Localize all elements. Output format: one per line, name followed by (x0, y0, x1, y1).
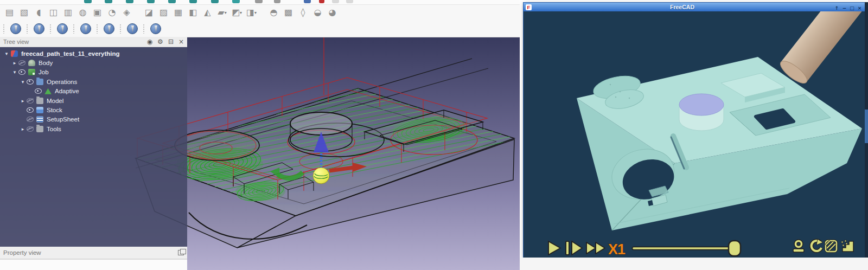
expander-icon[interactable]: ▸ (11, 60, 18, 66)
path-simple-copy-button[interactable]: ◊ (297, 7, 309, 19)
tree-item-label[interactable]: freecad_path_test_11_everything (21, 50, 120, 57)
path-sanity-check-button[interactable]: ◖ (33, 7, 45, 19)
tree-view-header[interactable]: Tree view ◉⚙⊟× (0, 37, 187, 47)
clipped-icon-13 (346, 0, 353, 3)
property-view-header[interactable]: Property view (0, 247, 187, 259)
tree-item-label[interactable]: Tools (46, 126, 61, 132)
expander-icon[interactable]: ▾ (11, 69, 18, 75)
path-face-button[interactable]: ▨ (157, 7, 170, 19)
toolbar-grip[interactable] (73, 24, 75, 34)
path-slot-button[interactable]: ◭ (201, 7, 214, 19)
tool-bit-5-button[interactable] (104, 23, 114, 34)
simulation-window[interactable]: F FreeCAD ↑−□× (523, 2, 866, 259)
sim-window-titlebar[interactable]: F FreeCAD ↑−□× (524, 3, 865, 11)
tree-item-stock[interactable]: Stock (0, 105, 187, 114)
scrollbar-thumb[interactable] (865, 110, 868, 143)
visibility-eye-icon[interactable] (27, 79, 34, 85)
settings-icon[interactable]: ⚙ (157, 38, 163, 46)
toolbar-grip[interactable] (49, 24, 52, 34)
tool-bit-4-button[interactable] (80, 23, 91, 34)
freecad-logo-icon: F (526, 4, 532, 10)
path-array-button[interactable]: ◓ (267, 7, 280, 19)
path-simulator-button[interactable]: ▥ (62, 7, 74, 19)
tool-bit-1-button[interactable] (10, 23, 21, 34)
clipped-icon-12 (332, 0, 339, 3)
tree-view-body: ▾freecad_path_test_11_everything▸Body▾Jo… (0, 47, 187, 249)
expander-icon[interactable]: ▾ (20, 79, 26, 85)
path-deburr-menu-button[interactable]: ◩▾ (231, 7, 243, 19)
path-inspect-gcode-button[interactable]: ◫ (47, 7, 60, 19)
minimize-button[interactable]: − (841, 5, 848, 11)
close-panel-icon[interactable]: × (178, 38, 184, 46)
tree-item-tools[interactable]: ▸Tools (0, 124, 187, 133)
path-post-process-button[interactable]: ▧ (18, 7, 30, 19)
float-panel-icon[interactable]: ⊟ (168, 38, 174, 46)
slider-handle[interactable] (729, 241, 741, 256)
path-toolbar: ▤▧◖◫▥◍▣◔◈◪▨▦◧◭▰▾◩▾◨▾◓▩◊◒◕ (2, 5, 340, 20)
path-engrave-menu-button[interactable]: ▰▾ (216, 7, 228, 19)
path-adaptive-button[interactable]: ◧ (187, 7, 199, 19)
toolbar-grip[interactable] (143, 24, 145, 34)
tree-item-operations[interactable]: ▾Operations (0, 77, 187, 86)
visibility-eye-icon[interactable] (18, 60, 25, 66)
toolbar-grip[interactable] (96, 24, 99, 34)
close-button[interactable]: × (856, 5, 863, 11)
tree-item-label[interactable]: Job (38, 69, 49, 75)
path-waterline-button[interactable]: ◒ (311, 7, 324, 19)
visibility-eye-icon[interactable] (27, 126, 34, 132)
tree-item-label[interactable]: Body (38, 60, 53, 66)
tree-item-model[interactable]: ▸Model (0, 96, 187, 105)
tree-item-label[interactable]: Operations (46, 79, 77, 85)
tree-item-label[interactable]: Adaptive (54, 88, 79, 94)
sync-view-icon[interactable]: ◉ (147, 38, 152, 46)
shade-button[interactable]: ↑ (833, 5, 840, 11)
tool-bit-2-button[interactable] (34, 23, 44, 34)
tool-bit-6-button[interactable] (127, 23, 138, 34)
path-job-button[interactable]: ▤ (3, 7, 16, 19)
tree-item-adaptive[interactable]: Adaptive (0, 87, 187, 96)
clipped-icon-5 (189, 0, 197, 3)
simulation-3d-view[interactable]: X1 (524, 11, 865, 258)
dropdown-arrow-icon[interactable]: ▾ (254, 10, 257, 15)
path-profile-button[interactable]: ◔ (106, 7, 118, 19)
maximize-button[interactable]: □ (848, 5, 856, 11)
path-drilling-button[interactable]: ◈ (120, 7, 133, 19)
path-helix-button[interactable]: ▦ (172, 7, 184, 19)
adaptive-icon (44, 88, 52, 94)
path-pocket-button[interactable]: ◪ (143, 7, 155, 19)
speed-label[interactable]: X1 (608, 241, 626, 258)
tool-bit-3-button[interactable] (57, 23, 68, 34)
tree-item-setupsheet[interactable]: SetupSheet (0, 115, 187, 124)
dropdown-arrow-icon[interactable]: ▾ (225, 10, 227, 15)
tree-item-freecad-path-test-11-everything[interactable]: ▾freecad_path_test_11_everything (0, 49, 187, 58)
toolbar-grip[interactable] (3, 24, 5, 34)
expander-icon[interactable]: ▸ (20, 98, 26, 104)
path-surface-button[interactable]: ◕ (326, 7, 339, 19)
path-vcarve-menu-button[interactable]: ◨▾ (245, 7, 258, 19)
clipped-icon-3 (147, 0, 155, 3)
tree-item-label[interactable]: Model (46, 98, 63, 104)
background-scrollbar-strip[interactable] (865, 2, 868, 258)
path-copy-button[interactable]: ▩ (282, 7, 295, 19)
visibility-eye-icon[interactable] (18, 69, 25, 75)
tree-item-label[interactable]: SetupSheet (46, 116, 79, 123)
visibility-eye-icon[interactable] (27, 98, 34, 104)
body-icon (28, 60, 35, 66)
tree-item-body[interactable]: ▸Body (0, 58, 187, 67)
dropdown-arrow-icon[interactable]: ▾ (240, 10, 242, 15)
path-select-loop-button[interactable]: ◍ (76, 7, 89, 19)
tool-visibility-icon[interactable] (793, 241, 804, 253)
float-panel-icon[interactable] (178, 250, 184, 255)
toolbar-grip[interactable] (26, 24, 29, 34)
expander-icon[interactable]: ▾ (3, 51, 10, 56)
path-toggle-operation-button[interactable]: ▣ (91, 7, 104, 19)
toolbar-grip[interactable] (119, 24, 122, 34)
property-view-body (0, 259, 187, 270)
visibility-eye-icon[interactable] (35, 88, 42, 94)
tool-bit-7-button[interactable] (150, 23, 161, 34)
tree-item-job[interactable]: ▾Job (0, 68, 187, 77)
expander-icon[interactable]: ▸ (20, 126, 26, 132)
visibility-eye-icon[interactable] (27, 107, 34, 113)
visibility-eye-icon[interactable] (27, 117, 34, 122)
tree-item-label[interactable]: Stock (46, 107, 62, 113)
